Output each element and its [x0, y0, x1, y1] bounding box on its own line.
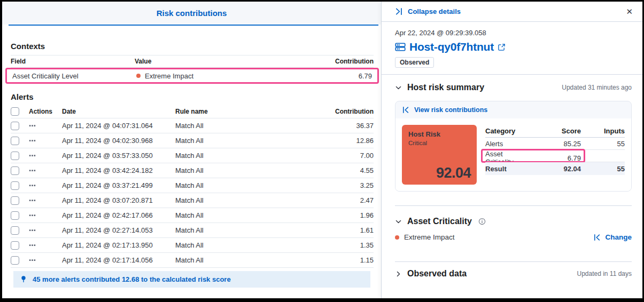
- app-window: Risk contributions Contexts Field Value …: [0, 0, 644, 302]
- context-value: Extreme Impact: [136, 72, 308, 80]
- actions-button[interactable]: [29, 167, 62, 174]
- row-checkbox[interactable]: [11, 241, 19, 250]
- context-field: Asset Criticality Level: [12, 72, 136, 80]
- risk-score: 6.79: [530, 154, 581, 162]
- actions-button[interactable]: [29, 122, 62, 129]
- alert-row: Apr 11, 2024 @ 03:42:24.182 Match All 4.…: [11, 163, 374, 178]
- alert-row: Apr 11, 2024 @ 04:07:31.064 Match All 36…: [11, 118, 374, 133]
- alert-rule: Match All: [175, 196, 309, 204]
- alert-date: Apr 11, 2024 @ 03:37:21.499: [62, 181, 175, 189]
- risk-category-table: Category Score Inputs Alerts 85.25 55 As…: [485, 125, 625, 185]
- asset-criticality-toggle[interactable]: Asset Criticality: [395, 217, 486, 226]
- observed-data-updated: Updated in 11 days: [577, 270, 632, 277]
- asset-criticality-value: Extreme Impact: [395, 233, 455, 241]
- boxes-horizontal-icon: [29, 227, 36, 234]
- close-icon: ✕: [626, 7, 633, 16]
- row-checkbox[interactable]: [11, 226, 19, 235]
- view-risk-contributions-button[interactable]: View risk contributions: [402, 106, 487, 114]
- arrow-end-icon: [395, 7, 403, 15]
- alert-date: Apr 11, 2024 @ 04:07:31.064: [62, 122, 175, 130]
- host-name-link[interactable]: Host-qy0f7htnut: [409, 41, 494, 53]
- divider: [395, 261, 632, 262]
- alert-contribution: 1.61: [309, 226, 374, 234]
- actions-button[interactable]: [29, 182, 62, 189]
- boxes-horizontal-icon: [29, 122, 36, 129]
- select-all-checkbox[interactable]: [11, 107, 19, 116]
- boxes-horizontal-icon: [29, 212, 36, 219]
- boxes-horizontal-icon: [29, 182, 36, 189]
- actions-button[interactable]: [29, 137, 62, 144]
- risk-score: 92.04: [530, 165, 581, 173]
- boxes-horizontal-icon: [29, 152, 36, 159]
- actions-button[interactable]: [29, 242, 62, 249]
- flyout-header: Collapse details ✕: [382, 2, 642, 22]
- risk-contributions-body: Contexts Field Value Contribution Asset …: [2, 26, 381, 298]
- chevron-right-icon: [395, 271, 402, 277]
- risk-table-result-row: Result 92.04 55: [485, 162, 625, 175]
- risk-summary-panel: View risk contributions Host Risk Critic…: [395, 101, 632, 192]
- contexts-heading: Contexts: [11, 42, 374, 51]
- row-checkbox[interactable]: [11, 122, 19, 130]
- risk-summary-updated: Updated 31 minutes ago: [562, 84, 632, 91]
- host-risk-score-card: Host Risk Critical 92.04: [402, 125, 477, 185]
- change-criticality-button[interactable]: Change: [593, 233, 632, 241]
- alert-rule: Match All: [175, 241, 309, 249]
- risk-card-title: Host Risk: [408, 130, 470, 138]
- close-button[interactable]: ✕: [626, 7, 633, 15]
- context-row-highlighted: Asset Criticality Level Extreme Impact 6…: [5, 68, 379, 84]
- more-alerts-text: 45 more alerts contributed 12.68 to the …: [33, 275, 231, 283]
- asset-criticality-row: Extreme Impact Change: [395, 233, 632, 241]
- risk-panel-body: Host Risk Critical 92.04 Category Score …: [395, 118, 631, 191]
- alert-rule: Match All: [175, 137, 309, 145]
- open-in-new-icon[interactable]: [498, 43, 506, 51]
- criticality-dot-icon: [136, 74, 141, 78]
- actions-button[interactable]: [29, 152, 62, 159]
- row-checkbox[interactable]: [11, 152, 19, 160]
- actions-button[interactable]: [29, 197, 62, 204]
- observed-data-header: Observed data Updated in 11 days: [395, 269, 632, 279]
- col-value: Value: [135, 58, 309, 65]
- storage-host-icon: [395, 42, 406, 52]
- observed-badge: Observed: [395, 57, 434, 68]
- alert-row: Apr 11, 2024 @ 03:57:33.050 Match All 7.…: [11, 148, 374, 163]
- alert-row: Apr 11, 2024 @ 04:02:30.968 Match All 12…: [11, 133, 374, 148]
- alert-date: Apr 11, 2024 @ 02:42:17.066: [62, 211, 175, 219]
- alert-contribution: 1.35: [309, 241, 374, 249]
- risk-category: Result: [485, 165, 530, 173]
- row-checkbox[interactable]: [11, 211, 19, 220]
- row-checkbox[interactable]: [11, 166, 19, 175]
- host-risk-summary-header: Host risk summary Updated 31 minutes ago: [395, 83, 632, 92]
- risk-card-score: 92.04: [436, 165, 471, 181]
- observed-data-toggle[interactable]: Observed data: [395, 269, 467, 279]
- row-checkbox[interactable]: [11, 196, 19, 205]
- risk-contributions-tabbar: Risk contributions: [2, 2, 381, 25]
- risk-table-row: Alerts 85.25 55: [485, 138, 625, 150]
- alert-contribution: 3.25: [309, 181, 374, 189]
- row-checkbox[interactable]: [11, 256, 19, 265]
- row-checkbox[interactable]: [11, 181, 19, 190]
- actions-button[interactable]: [29, 227, 62, 234]
- host-risk-summary-toggle[interactable]: Host risk summary: [395, 83, 484, 92]
- col-score: Score: [530, 127, 581, 135]
- boxes-horizontal-icon: [29, 197, 36, 204]
- alerts-header-row: Actions Date Rule name Contribution: [11, 105, 374, 118]
- alert-rule: Match All: [175, 226, 309, 234]
- asset-criticality-header: Asset Criticality: [395, 217, 632, 226]
- actions-button[interactable]: [29, 257, 62, 264]
- alert-rule: Match All: [175, 122, 309, 130]
- row-checkbox[interactable]: [11, 137, 19, 145]
- alerts-heading: Alerts: [11, 92, 374, 101]
- boxes-horizontal-icon: [29, 167, 36, 174]
- collapse-details-button[interactable]: Collapse details: [395, 7, 461, 15]
- alert-date: Apr 11, 2024 @ 03:57:33.050: [62, 152, 175, 160]
- col-category: Category: [485, 127, 530, 135]
- risk-table-row-highlighted: Asset Criticality 6.79: [485, 150, 625, 162]
- alert-row: Apr 11, 2024 @ 03:07:20.871 Match All 2.…: [11, 193, 374, 208]
- actions-button[interactable]: [29, 212, 62, 219]
- boxes-horizontal-icon: [29, 257, 36, 264]
- divider: [395, 205, 632, 206]
- alert-date: Apr 11, 2024 @ 02:27:14.053: [62, 226, 175, 234]
- info-icon[interactable]: [478, 218, 486, 225]
- risk-inputs: 55: [581, 165, 625, 173]
- col-actions: Actions: [29, 108, 62, 115]
